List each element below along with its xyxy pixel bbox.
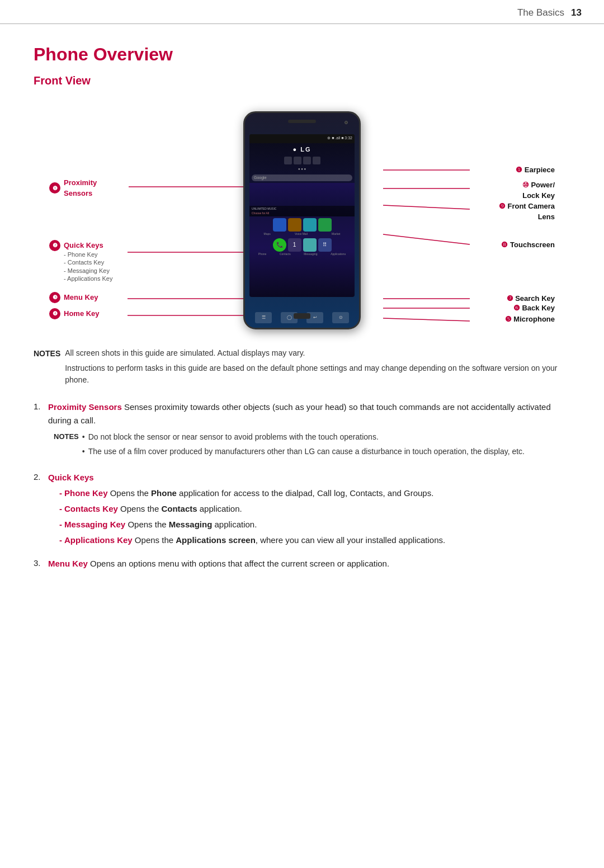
page-number: 13 [571,6,582,20]
callout-front-camera: ❾ Front Camera Lens [499,201,555,223]
quick-keys-contacts: - Contacts Key Opens the Contacts applic… [59,502,445,516]
item-2-content: Quick Keys - Phone Key Opens the Phone a… [48,471,445,549]
label-microphone: ❺ Microphone [505,315,555,323]
item-1-notes: NOTES • Do not block the sensor or near … [48,431,570,460]
callout-proximity: ❶ Proximity Sensors [49,177,97,199]
bullet-2: • [82,445,85,457]
callout-earpiece: ❶ Earpiece [516,163,555,176]
list-item-2: 2. Quick Keys - Phone Key Opens the Phon… [34,471,570,549]
label-sensors: Sensors [64,188,97,199]
label-back-key: ❻ Back Key [513,304,555,312]
svg-line-10 [383,318,470,321]
quick-keys-applications: - Applications Key Opens the Application… [59,534,445,547]
item-1-notes-content: • Do not block the sensor or near sensor… [82,431,525,460]
contacts-key-text: Contacts Key Opens the Contacts applicat… [64,502,242,516]
svg-line-7 [383,234,470,244]
label-earpiece: ❶ Earpiece [516,166,555,174]
phone-key-text: Phone Key Opens the Phone application fo… [64,487,433,500]
quick-keys-messaging: - Messaging Key Opens the Messaging appl… [59,518,445,531]
callout-microphone: ❺ Microphone [505,313,555,326]
item-2-num: 2. [34,471,44,484]
bullet-1: • [82,431,85,443]
callout-touchscreen: ❽ Touchscreen [501,238,555,251]
label-menu-key: Menu Key [64,292,98,303]
numbered-list: 1. Proximity Sensors Senses proximity to… [34,400,570,571]
item-1-highlight: Proximity Sensors [48,402,122,412]
dash-2: - [59,502,62,516]
badge-2: ❷ [49,240,60,251]
badge-3: ❸ [49,292,60,303]
item-1-content: Proximity Sensors Senses proximity towar… [48,400,570,464]
label-proximity: Proximity [64,177,97,188]
phone-graphic: ⊕ ■ .all ■ 3:32 ● LG ● ● ● Google [243,111,361,329]
list-item-1: 1. Proximity Sensors Senses proximity to… [34,400,570,464]
callout-power-lock: ⑩ Power/ Lock Key [522,180,555,201]
quick-keys-phone: - Phone Key Opens the Phone application … [59,487,445,500]
item-1-num: 1. [34,400,44,413]
quick-keys-list: - Phone Key Opens the Phone application … [48,487,445,547]
notes-line1: All screen shots in this guide are simul… [65,347,570,359]
dash-1: - [59,487,62,500]
item-1-note-2: • The use of a film cover produced by ma… [82,445,525,457]
dash-3: - [59,518,62,531]
notes-section: NOTES All screen shots in this guide are… [34,347,570,389]
sub-title: Front View [34,72,570,89]
item-2-highlight: Quick Keys [48,473,94,482]
label-lock: Lock Key [522,190,555,201]
badge-4: ❹ [49,308,60,319]
label-home-key: Home Key [64,308,100,319]
label-power: ⑩ Power/ [522,180,555,191]
label-quick-keys: Quick Keys [64,240,112,251]
notes-line2: Instructions to perform tasks in this gu… [65,362,570,386]
item-3-body: Opens an options menu with options that … [90,559,389,568]
dash-4: - [59,534,62,547]
label-touchscreen: ❽ Touchscreen [501,240,555,249]
applications-key-text: Applications Key Opens the Applications … [64,534,445,547]
label-front-camera: ❾ Front Camera [499,201,555,212]
item-3-num: 3. [34,557,44,570]
item-1-notes-label: NOTES [54,431,79,460]
page-content: Phone Overview Front View [0,24,604,601]
callout-menu-key: ❸ Menu Key [49,292,98,303]
item-1-note-1: • Do not block the sensor or near sensor… [82,431,525,443]
notes-label: NOTES [34,348,60,389]
svg-line-6 [383,205,470,209]
callout-home-key: ❹ Home Key [49,308,100,319]
note-2-text: The use of a film cover produced by manu… [88,445,525,457]
header-title: The Basics [517,6,564,20]
notes-text: All screen shots in this guide are simul… [65,347,570,389]
callout-quick-keys: ❷ Quick Keys - Phone Key- Contacts Key- … [49,240,112,283]
item-3-highlight: Menu Key [48,559,88,568]
messaging-key-text: Messaging Key Opens the Messaging applic… [64,518,257,531]
list-item-3: 3. Menu Key Opens an options menu with o… [34,557,570,570]
diagram: ⊕ ■ .all ■ 3:32 ● LG ● ● ● Google [34,106,570,341]
quick-keys-subitems: - Phone Key- Contacts Key- Messaging Key… [64,251,112,282]
item-1-body: Senses proximity towards other objects (… [48,402,551,425]
page-header: The Basics 13 [0,0,604,24]
item-3-content: Menu Key Opens an options menu with opti… [48,557,389,570]
note-1-text: Do not block the sensor or near sensor t… [88,431,379,443]
badge-1: ❶ [49,182,60,194]
main-title: Phone Overview [34,41,570,68]
label-lens: Lens [499,211,555,223]
